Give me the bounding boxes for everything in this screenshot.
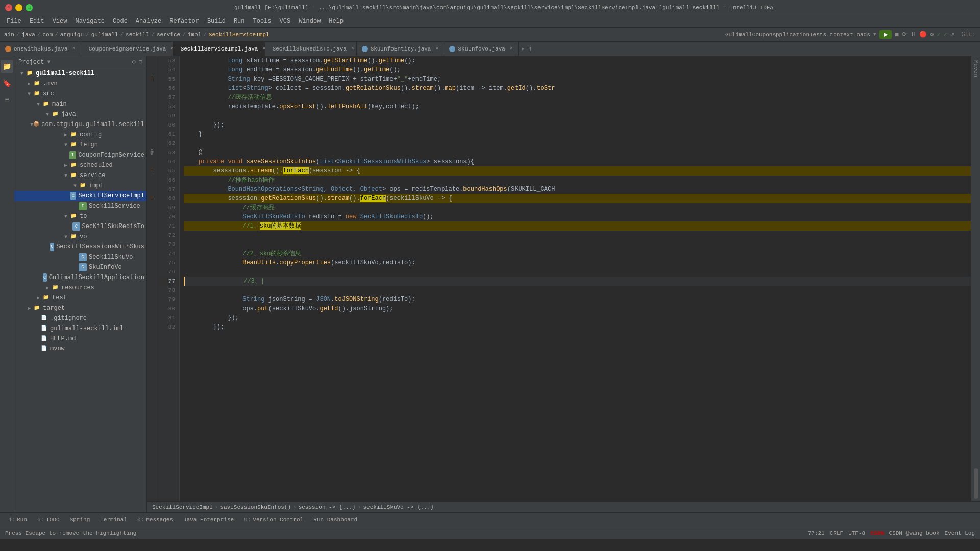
tab-SecKillSkuRedisTo[interactable]: SecKillSkuRedisTo.java × xyxy=(265,42,357,56)
tree-main[interactable]: ▼ 📁 main xyxy=(14,99,146,109)
file-icon: 📄 xyxy=(40,324,48,333)
tab-close[interactable]: × xyxy=(72,46,76,52)
csdn-logo: CSDN xyxy=(870,530,884,536)
tree-service[interactable]: ▼ 📁 service xyxy=(14,170,146,181)
tab-SkuInfoEntity[interactable]: SkuInfoEntity.java × xyxy=(357,42,445,56)
menu-help[interactable]: Help xyxy=(325,17,348,26)
code-line-68: sesssion.getRelationSkus().stream().forE… xyxy=(184,194,971,203)
tab-run[interactable]: 4: Run xyxy=(4,516,31,524)
tree-resources[interactable]: ▶ 📁 resources xyxy=(14,283,146,293)
tab-SkuInfoVo[interactable]: SkuInfoVo.java × xyxy=(444,42,518,56)
structure-icon[interactable]: ≡ xyxy=(3,94,11,106)
code-line-75: BeanUtils.copyProperties(seckillSkuVo,re… xyxy=(184,258,971,267)
scroll-thumb[interactable] xyxy=(974,468,978,499)
minimize-button[interactable]: − xyxy=(15,4,22,11)
tree-mvn[interactable]: ▶ 📁 .mvn xyxy=(14,79,146,89)
folder-icon: 📁 xyxy=(42,294,50,302)
tree-gitignore[interactable]: 📄 .gitignore xyxy=(14,313,146,323)
menu-code[interactable]: Code xyxy=(109,17,132,26)
tree-mvnw[interactable]: 📄 mvnw xyxy=(14,344,146,354)
tab-todo[interactable]: 6: TODO xyxy=(33,516,64,524)
tree-impl[interactable]: ▼ 📁 impl xyxy=(14,181,146,191)
code-line-66: //推备hash操作 xyxy=(184,176,971,185)
tab-terminal[interactable]: Terminal xyxy=(96,516,131,524)
class-icon: C xyxy=(43,273,47,282)
tab-run-dashboard[interactable]: Run Dashboard xyxy=(309,516,361,524)
menu-refactor[interactable]: Refactor xyxy=(165,17,203,26)
run-dashboard-label: Run Dashboard xyxy=(313,517,357,523)
code-line-60: }); xyxy=(184,120,971,130)
breadcrumb: ain/ java/ com/ atguigu/ gulimall/ secki… xyxy=(0,28,980,42)
tree-SkuInfoVo[interactable]: C SkuInfoVo xyxy=(14,262,146,272)
tree-help[interactable]: 📄 HELP.md xyxy=(14,334,146,344)
sidebar-gear[interactable]: ⚙ xyxy=(132,58,136,66)
tabbar: onsWithSkus.java × CouponFeignService.ja… xyxy=(0,42,980,56)
run-button[interactable]: ▶ xyxy=(879,30,892,39)
tab-messages[interactable]: 0: Messages xyxy=(133,516,177,524)
menu-run[interactable]: Run xyxy=(230,17,249,26)
code-line-59 xyxy=(184,111,971,120)
tree-feign[interactable]: ▼ 📁 feign xyxy=(14,140,146,150)
code-line-58: redisTemplate.opsForList().leftPushAll(k… xyxy=(184,102,971,111)
code-line-62 xyxy=(184,139,971,148)
tab-spring[interactable]: Spring xyxy=(66,516,94,524)
code-scroll[interactable]: ! @ ! ! xyxy=(147,56,980,501)
tree-java[interactable]: ▼ 📁 java xyxy=(14,109,146,119)
tree-root[interactable]: ▼ 📁 gulimall-seckill xyxy=(14,68,146,79)
menu-analyze[interactable]: Analyze xyxy=(132,17,165,26)
tab-close[interactable]: × xyxy=(510,46,513,52)
sidebar-collapse[interactable]: ⊟ xyxy=(139,58,142,66)
maven-icon[interactable]: Maven xyxy=(971,58,981,79)
code-content[interactable]: Long startTime = sesssion.getStartTime()… xyxy=(180,56,971,501)
statusbar: Press Escape to remove the highlighting … xyxy=(0,527,980,539)
file-icon: 📄 xyxy=(40,314,48,322)
menu-build[interactable]: Build xyxy=(203,17,230,26)
tree-test[interactable]: ▶ 📁 test xyxy=(14,293,146,303)
maximize-button[interactable]: □ xyxy=(26,4,33,11)
menu-file[interactable]: File xyxy=(3,17,26,26)
bottom-tabs: 4: Run 6: TODO Spring Terminal 0: Messag… xyxy=(0,512,980,527)
tree-SecKillSkuRedisTo[interactable]: C SecKillSkuRedisTo xyxy=(14,221,146,232)
code-line-77[interactable]: //3、| xyxy=(184,277,971,286)
stop-button[interactable]: ■ xyxy=(895,31,899,39)
menu-view[interactable]: View xyxy=(48,17,71,26)
tree-SeckillServiceImpl[interactable]: C SeckillServiceImpl xyxy=(14,191,146,201)
more-tabs[interactable]: ▸ 4 xyxy=(519,42,535,56)
code-line-73 xyxy=(184,240,971,249)
tab-version-control[interactable]: 9: Version Control xyxy=(240,516,307,524)
tree-to[interactable]: ▼ 📁 to xyxy=(14,211,146,221)
tab-java-enterprise[interactable]: Java Enterprise xyxy=(179,516,238,524)
project-icon[interactable]: 📁 xyxy=(1,60,13,73)
code-line-69: //缓存商品 xyxy=(184,203,971,212)
tree-CouponFeignService[interactable]: I CouponFeignService xyxy=(14,150,146,160)
tab-CouponFeignService[interactable]: CouponFeignService.java × xyxy=(81,42,173,56)
menu-window[interactable]: Window xyxy=(295,17,325,26)
tree-target[interactable]: ▶ 📁 target xyxy=(14,303,146,313)
event-log[interactable]: Event Log xyxy=(945,530,975,536)
tree-iml[interactable]: 📄 gulimall-seckill.iml xyxy=(14,323,146,334)
tab-close[interactable]: × xyxy=(351,46,354,52)
tree-config[interactable]: ▶ 📁 config xyxy=(14,130,146,140)
code-line-81: }); xyxy=(184,313,971,322)
close-button[interactable]: × xyxy=(5,4,12,11)
code-line-78 xyxy=(184,286,971,295)
tab-onsWithSkus[interactable]: onsWithSkus.java × xyxy=(0,42,81,56)
tab-SeckillServiceImpl[interactable]: SeckillServiceImpl.java × xyxy=(173,42,265,56)
tree-GulimallSeckillApplication[interactable]: C GulimallSeckillApplication xyxy=(14,272,146,283)
tree-vo[interactable]: ▼ 📁 vo xyxy=(14,232,146,242)
tree-SeckillService[interactable]: I SeckillService xyxy=(14,201,146,211)
tree-scheduled[interactable]: ▶ 📁 scheduled xyxy=(14,160,146,170)
tree-package[interactable]: ▼ 📦 com.atguigu.gulimall.seckill xyxy=(14,119,146,130)
menu-vcs[interactable]: VCS xyxy=(276,17,295,26)
folder-icon: 📁 xyxy=(69,131,78,139)
bookmarks-icon[interactable]: 🔖 xyxy=(1,77,13,90)
menu-edit[interactable]: Edit xyxy=(26,17,48,26)
code-line-65: sesssions.stream().forEach(sesssion -> { xyxy=(184,166,971,176)
menu-navigate[interactable]: Navigate xyxy=(71,17,109,26)
menu-tools[interactable]: Tools xyxy=(249,17,276,26)
tree-SeckillSesssionsWithSkus[interactable]: C SeckillSesssionsWithSkus xyxy=(14,242,146,252)
tree-src[interactable]: ▼ 📁 src xyxy=(14,89,146,99)
tree-SeckillSkuVo[interactable]: C SeckillSkuVo xyxy=(14,252,146,262)
tab-close[interactable]: × xyxy=(435,46,438,52)
window-title: gulimall [F:\gulimall] - ...\gulimall-se… xyxy=(33,5,975,11)
